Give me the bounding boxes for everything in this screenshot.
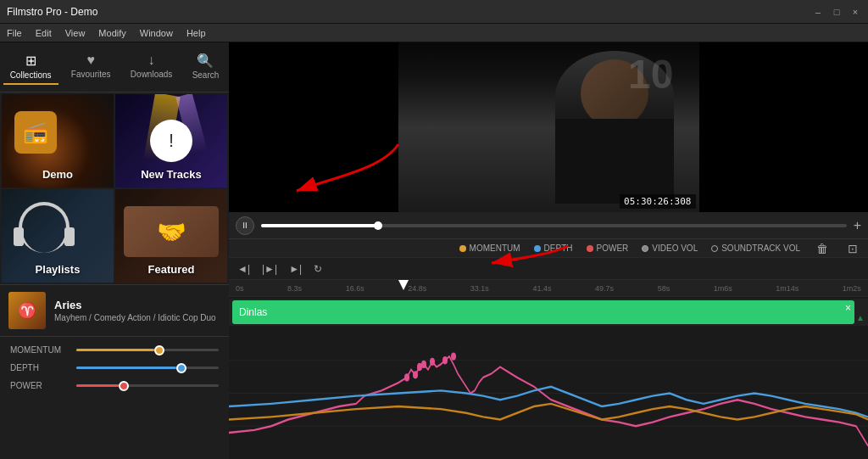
power-graph-line bbox=[229, 356, 868, 445]
svg-point-9 bbox=[421, 361, 426, 368]
svg-point-8 bbox=[404, 373, 409, 381]
video-timecode: 05:30:26:308 bbox=[620, 194, 695, 209]
maximize-button[interactable]: □ bbox=[831, 6, 843, 18]
track-name: Aries bbox=[54, 299, 220, 311]
nav-tabs: ⊞ Collections ♥ Favourites ↓ Downloads 🔍… bbox=[0, 42, 229, 92]
tab-search-label: Search bbox=[192, 70, 220, 80]
scrub-back-btn[interactable]: ◄| bbox=[234, 261, 253, 277]
tab-favourites[interactable]: ♥ Favourites bbox=[64, 49, 118, 85]
power-slider[interactable] bbox=[76, 384, 219, 387]
collection-demo[interactable]: 📻 Demo bbox=[2, 94, 114, 188]
depth-dot bbox=[534, 245, 541, 252]
svg-point-4 bbox=[430, 358, 435, 366]
power-legend: POWER bbox=[587, 243, 629, 253]
playhead[interactable] bbox=[398, 280, 409, 290]
power-label: POWER bbox=[10, 381, 70, 390]
transport-timeline[interactable] bbox=[261, 224, 847, 227]
track-thumbnail: ♈ bbox=[8, 292, 46, 329]
depth-slider-row: DEPTH bbox=[10, 363, 219, 372]
export-icon[interactable]: ⊡ bbox=[844, 240, 861, 257]
search-icon: 🔍 bbox=[197, 53, 214, 69]
ruler-8: 1m6s bbox=[714, 284, 732, 293]
momentum-dot bbox=[459, 245, 466, 252]
graph-svg bbox=[229, 327, 868, 459]
titlebar-controls: – □ × bbox=[812, 6, 861, 18]
momentum-slider-row: MOMENTUM bbox=[10, 345, 219, 355]
collection-featured[interactable]: 🤝 Featured bbox=[115, 189, 227, 283]
menu-view[interactable]: View bbox=[65, 28, 86, 38]
titlebar: Filmstro Pro - Demo – □ × bbox=[0, 0, 868, 24]
trash-icon[interactable]: 🗑 bbox=[814, 240, 831, 257]
play-pause-button[interactable]: ⏸ bbox=[236, 216, 254, 235]
graph-area bbox=[229, 327, 868, 459]
tab-collections[interactable]: ⊞ Collections bbox=[3, 49, 58, 85]
ruler-6: 49.7s bbox=[595, 284, 614, 293]
depth-legend-label: DEPTH bbox=[544, 243, 573, 253]
new-tracks-badge: ! bbox=[150, 120, 192, 162]
scrubber-bar: ◄| |►| ►| ↻ bbox=[229, 258, 868, 280]
menu-window[interactable]: Window bbox=[140, 28, 173, 38]
collections-icon: ⊞ bbox=[25, 53, 36, 69]
video-frame: 10 bbox=[398, 42, 699, 212]
content-area: 10 05:30:26:308 ⏸ + MOMENTUM bbox=[229, 42, 868, 459]
ruler-3: 24.8s bbox=[408, 284, 426, 293]
momentum-legend-label: MOMENTUM bbox=[470, 243, 520, 253]
minimize-button[interactable]: – bbox=[812, 6, 824, 18]
momentum-slider[interactable] bbox=[76, 349, 219, 351]
video-preview: 10 05:30:26:308 bbox=[398, 42, 699, 212]
depth-slider[interactable] bbox=[76, 367, 219, 369]
tab-favourites-label: Favourites bbox=[71, 70, 111, 79]
ruler-marks: 0s 8.3s 16.6s 24.8s 33.1s 41.4s 49.7s 58… bbox=[232, 284, 865, 293]
momentum-label: MOMENTUM bbox=[10, 345, 70, 355]
momentum-graph-line bbox=[229, 404, 868, 420]
video-area: 10 05:30:26:308 bbox=[229, 42, 868, 212]
soundtrack-vol-legend: SOUNDTRACK VOL bbox=[711, 243, 800, 253]
power-dot bbox=[587, 245, 593, 252]
tab-downloads[interactable]: ↓ Downloads bbox=[124, 49, 179, 85]
collection-playlists[interactable]: Playlists bbox=[2, 189, 114, 283]
collection-featured-label: Featured bbox=[115, 263, 227, 276]
close-button[interactable]: × bbox=[849, 6, 861, 18]
scrub-end-btn[interactable]: ►| bbox=[286, 261, 305, 277]
transport-bar: ⏸ + bbox=[229, 212, 868, 239]
ruler-9: 1m14s bbox=[776, 284, 798, 293]
video-number: 10 bbox=[628, 51, 673, 98]
track-expand-icon: ▲ bbox=[856, 313, 865, 322]
sidebar: ⊞ Collections ♥ Favourites ↓ Downloads 🔍… bbox=[0, 42, 229, 459]
depth-legend: DEPTH bbox=[534, 243, 573, 253]
track-info: ♈ Aries Mayhem / Comedy Action / Idiotic… bbox=[0, 284, 229, 337]
collection-new-tracks-label: New Tracks bbox=[115, 168, 227, 181]
soundvol-dot bbox=[711, 245, 718, 252]
collection-new-tracks[interactable]: ! New Tracks bbox=[115, 94, 227, 188]
ruler-4: 33.1s bbox=[470, 284, 489, 293]
momentum-legend: MOMENTUM bbox=[459, 243, 520, 253]
add-button[interactable]: + bbox=[854, 218, 861, 233]
track-block[interactable]: Dinlas bbox=[232, 300, 854, 324]
depth-label: DEPTH bbox=[10, 363, 70, 372]
svg-point-6 bbox=[451, 352, 456, 360]
collection-demo-label: Demo bbox=[2, 168, 114, 181]
scrub-loop-btn[interactable]: ↻ bbox=[310, 261, 326, 277]
power-slider-row: POWER bbox=[10, 381, 219, 390]
favourites-icon: ♥ bbox=[86, 53, 95, 68]
menu-edit[interactable]: Edit bbox=[36, 28, 52, 38]
soundtrack-vol-label: SOUNDTRACK VOL bbox=[721, 243, 800, 253]
scrub-forward-btn[interactable]: |►| bbox=[259, 261, 281, 277]
track-text: Aries Mayhem / Comedy Action / Idiotic C… bbox=[54, 299, 220, 322]
ruler-2: 16.6s bbox=[346, 284, 364, 293]
menu-file[interactable]: File bbox=[7, 28, 22, 38]
videovol-dot bbox=[642, 245, 648, 252]
track-lane: Dinlas × ▲ bbox=[229, 299, 868, 326]
tab-collections-label: Collections bbox=[10, 70, 52, 80]
tab-search[interactable]: 🔍 Search bbox=[186, 49, 226, 85]
sliders-section: MOMENTUM DEPTH POWER bbox=[0, 337, 229, 459]
ruler-7: 58s bbox=[658, 284, 670, 293]
collection-playlists-label: Playlists bbox=[2, 263, 114, 276]
track-block-label: Dinlas bbox=[239, 306, 267, 318]
svg-point-5 bbox=[442, 356, 448, 364]
track-subtitle: Mayhem / Comedy Action / Idiotic Cop Duo bbox=[54, 313, 220, 322]
menu-modify[interactable]: Modify bbox=[98, 28, 125, 38]
track-close-btn[interactable]: × bbox=[845, 302, 851, 314]
video-vol-label: VIDEO VOL bbox=[652, 243, 698, 253]
menu-help[interactable]: Help bbox=[186, 28, 206, 38]
